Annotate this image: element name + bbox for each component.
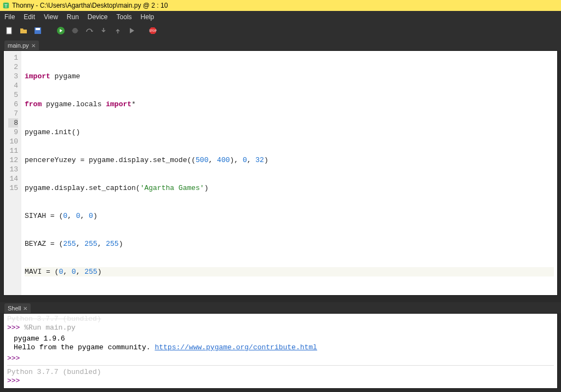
menu-view[interactable]: View [44, 13, 58, 21]
shell-status: Python 3.7.7 (bundled) [7, 368, 554, 377]
shell-divider [7, 365, 554, 366]
step-out-icon[interactable] [113, 26, 123, 36]
tab-label: Shell [8, 305, 21, 312]
line-gutter: 123456789101112131415 [4, 51, 21, 295]
shell-faded-line: Python 3.7.7 (bundled) [7, 315, 554, 324]
svg-rect-2 [7, 27, 12, 34]
tab-label: main.py [8, 42, 29, 49]
panel-tabs: Shell ✕ [0, 302, 561, 313]
menu-help[interactable]: Help [141, 13, 154, 21]
open-file-icon[interactable] [19, 26, 28, 36]
toolbar: STOP [0, 23, 561, 38]
title-bar: T Thonny - C:\Users\Agartha\Desktop\main… [0, 0, 561, 11]
debug-icon[interactable] [70, 26, 80, 36]
code-area[interactable]: import pygame from pygame.locals import*… [21, 51, 557, 295]
menu-bar: File Edit View Run Device Tools Help [0, 11, 561, 23]
svg-text:T: T [4, 3, 8, 9]
app-icon: T [2, 2, 10, 9]
window-title: Thonny - C:\Users\Agartha\Desktop\main.p… [12, 2, 168, 9]
menu-tools[interactable]: Tools [117, 13, 132, 21]
tab-shell[interactable]: Shell ✕ [4, 303, 31, 313]
step-into-icon[interactable] [99, 26, 108, 36]
shell-line: >>> %Run main.py [7, 324, 554, 332]
close-icon[interactable]: ✕ [31, 43, 36, 49]
save-icon[interactable] [33, 26, 43, 36]
menu-run[interactable]: Run [67, 13, 79, 21]
close-icon[interactable]: ✕ [23, 305, 27, 312]
pygame-link[interactable]: https://www.pygame.org/contribute.html [154, 343, 317, 351]
new-file-icon[interactable] [4, 26, 14, 36]
shell-output: pygame 1.9.6 [7, 335, 554, 343]
editor-tabs: main.py ✕ [0, 38, 561, 50]
stop-icon[interactable]: STOP [148, 26, 158, 36]
svg-point-6 [72, 28, 78, 33]
shell-prompt[interactable]: >>> [7, 354, 554, 363]
shell-panel[interactable]: Python 3.7.7 (bundled) >>> %Run main.py … [3, 313, 558, 389]
svg-text:STOP: STOP [149, 29, 157, 32]
tab-main-py[interactable]: main.py ✕ [4, 41, 39, 50]
menu-device[interactable]: Device [88, 13, 108, 21]
step-over-icon[interactable] [84, 26, 94, 36]
shell-output: Hello from the pygame community. https:/… [7, 343, 554, 352]
menu-file[interactable]: File [4, 13, 15, 21]
pane-splitter[interactable] [0, 298, 561, 302]
svg-rect-4 [36, 28, 40, 30]
shell-prompt[interactable]: >>> [7, 377, 554, 385]
menu-edit[interactable]: Edit [24, 13, 35, 21]
resume-icon[interactable] [127, 26, 137, 36]
code-editor[interactable]: 123456789101112131415 import pygame from… [3, 50, 558, 296]
run-icon[interactable] [56, 26, 66, 36]
